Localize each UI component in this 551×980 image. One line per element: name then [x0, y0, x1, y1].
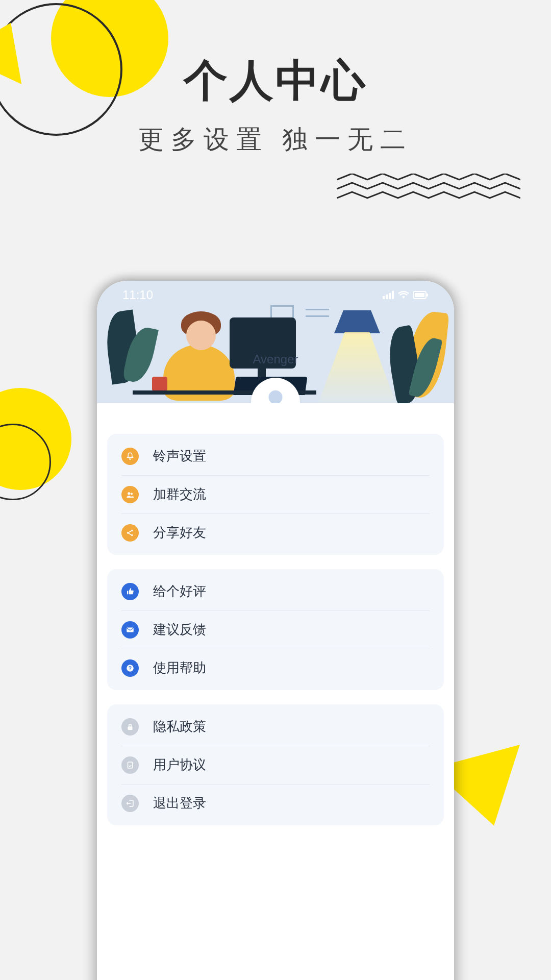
settings-group-3: 隐私政策 用户协议 退出登录: [107, 704, 444, 825]
doc-icon: [121, 756, 139, 774]
settings-list: 铃声设置 加群交流 分享好友 给个好评: [97, 403, 454, 825]
row-label: 加群交流: [153, 485, 206, 503]
row-label: 分享好友: [153, 524, 206, 542]
group-icon: [121, 486, 139, 503]
page-subtitle: 更多设置 独一无二: [0, 122, 551, 157]
row-agreement[interactable]: 用户协议: [107, 746, 444, 784]
page-title: 个人中心: [0, 51, 551, 111]
svg-point-7: [268, 390, 282, 403]
row-logout[interactable]: 退出登录: [107, 784, 444, 822]
row-label: 退出登录: [153, 794, 206, 812]
settings-group-2: 给个好评 建议反馈 ? 使用帮助: [107, 569, 444, 690]
svg-rect-16: [128, 726, 133, 730]
bell-icon: [121, 448, 139, 465]
row-label: 铃声设置: [153, 447, 206, 465]
avatar-icon: [260, 386, 291, 403]
row-group-chat[interactable]: 加群交流: [107, 475, 444, 513]
row-rate[interactable]: 给个好评: [107, 572, 444, 610]
svg-rect-17: [128, 762, 133, 768]
row-label: 使用帮助: [153, 659, 206, 677]
share-icon: [121, 524, 139, 542]
lock-icon: [121, 718, 139, 736]
row-label: 建议反馈: [153, 621, 206, 639]
row-ringtone[interactable]: 铃声设置: [107, 437, 444, 475]
row-share[interactable]: 分享好友: [107, 513, 444, 552]
row-label: 给个好评: [153, 582, 206, 600]
username: Avenger: [253, 352, 298, 366]
svg-point-8: [128, 492, 130, 495]
row-feedback[interactable]: 建议反馈: [107, 610, 444, 649]
row-label: 用户协议: [153, 756, 206, 774]
mail-icon: [121, 621, 139, 639]
row-help[interactable]: ? 使用帮助: [107, 649, 444, 687]
svg-text:?: ?: [129, 665, 132, 671]
logout-icon: [121, 795, 139, 812]
help-icon: ?: [121, 659, 139, 677]
settings-group-1: 铃声设置 加群交流 分享好友: [107, 434, 444, 555]
zigzag-decoration: [337, 174, 520, 204]
phone-header: 11:10 Avenger: [97, 281, 454, 403]
phone-frame: 11:10 Avenger: [97, 281, 454, 980]
thumb-icon: [121, 583, 139, 600]
row-label: 隐私政策: [153, 718, 206, 736]
row-privacy[interactable]: 隐私政策: [107, 707, 444, 746]
svg-point-9: [131, 493, 133, 495]
